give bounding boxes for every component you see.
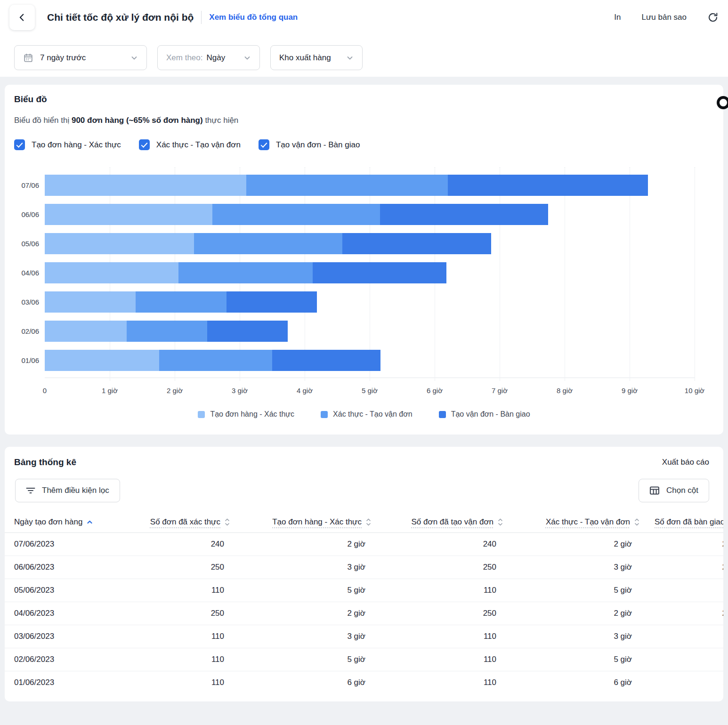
series-checkbox-label: Tạo đơn hàng - Xác thực xyxy=(32,140,121,150)
date-range-dropdown[interactable]: 7 ngày trước xyxy=(14,45,147,70)
choose-columns-label: Chọn cột xyxy=(666,486,698,495)
table-cell: 110 xyxy=(640,671,723,694)
y-axis-label: 03/06 xyxy=(21,291,39,313)
x-axis-tick-label: 5 giờ xyxy=(362,387,378,395)
table-cell: 5 giờ xyxy=(504,579,640,602)
series-checkbox[interactable]: Tạo đơn hàng - Xác thực xyxy=(14,139,121,150)
legend-item[interactable]: Tạo đơn hàng - Xác thực xyxy=(198,410,294,419)
x-axis-tick-label: 8 giờ xyxy=(557,387,573,395)
bar-row: 05/06 xyxy=(45,233,695,254)
bar-segment[interactable] xyxy=(45,204,212,225)
table-cell: 110 xyxy=(372,625,504,648)
warehouse-dropdown[interactable]: Kho xuất hàng xyxy=(270,45,363,70)
table-row[interactable]: 01/06/20231106 giờ1106 giờ110 xyxy=(5,671,723,694)
bar-segment[interactable] xyxy=(226,291,317,313)
table-row[interactable]: 04/06/20232502 giờ2502 giờ250 xyxy=(5,602,723,625)
x-axis-tick-label: 6 giờ xyxy=(427,387,443,395)
table-cell: 110 xyxy=(137,625,231,648)
checkbox-checked-icon[interactable] xyxy=(139,139,150,150)
bar-segment[interactable] xyxy=(212,204,380,225)
series-checkbox[interactable]: Tạo vận đơn - Bàn giao xyxy=(259,139,360,150)
bar-segment[interactable] xyxy=(448,175,648,196)
table-cell: 02/06/2023 xyxy=(5,648,137,671)
save-copy-button[interactable]: Lưu bản sao xyxy=(641,13,687,22)
table-row[interactable]: 06/06/20232503 giờ2503 giờ250 xyxy=(5,556,723,579)
bar-segment[interactable] xyxy=(45,291,136,313)
bar-segment[interactable] xyxy=(45,233,194,254)
chevron-down-icon xyxy=(243,54,251,62)
back-button[interactable] xyxy=(9,5,35,30)
legend-item[interactable]: Xác thực - Tạo vận đơn xyxy=(321,410,413,419)
table-cell: 2 giờ xyxy=(231,602,372,625)
bar-segment[interactable] xyxy=(45,175,246,196)
table-scroll-area[interactable]: Ngày tạo đơn hàngSố đơn đã xác thựcTạo đ… xyxy=(5,512,723,694)
table-toolbar: Thêm điều kiện lọc Chọn cột xyxy=(5,479,723,502)
floating-widget-icon[interactable] xyxy=(717,96,728,109)
bar-segment[interactable] xyxy=(313,262,446,283)
bar-segment[interactable] xyxy=(159,350,272,371)
subtitle-highlight: 900 đơn hàng (~65% số đơn hàng) xyxy=(72,116,203,125)
column-header[interactable]: Số đơn đã tạo vận đơn xyxy=(372,512,504,532)
statistics-table: Ngày tạo đơn hàngSố đơn đã xác thựcTạo đ… xyxy=(5,512,723,694)
series-checkbox-row: Tạo đơn hàng - Xác thựcXác thực - Tạo vậ… xyxy=(5,139,723,150)
bar-segment[interactable] xyxy=(45,321,127,342)
bar-row: 04/06 xyxy=(45,262,695,283)
checkbox-checked-icon[interactable] xyxy=(14,139,25,150)
title-divider xyxy=(201,11,202,24)
view-by-dropdown[interactable]: Xem theo: Ngày xyxy=(157,45,260,70)
table-row[interactable]: 07/06/20232402 giờ2402 giờ240 xyxy=(5,532,723,556)
refresh-icon[interactable] xyxy=(707,12,719,23)
bar-segment[interactable] xyxy=(45,262,178,283)
y-axis-label: 06/06 xyxy=(21,204,39,225)
table-cell: 3 giờ xyxy=(504,625,640,648)
bar-segment[interactable] xyxy=(127,321,207,342)
bar-row: 07/06 xyxy=(45,175,695,196)
sort-ascending-icon[interactable] xyxy=(87,520,93,524)
y-axis-label: 01/06 xyxy=(21,350,39,371)
legend-swatch-icon xyxy=(439,411,446,418)
y-axis-label: 07/06 xyxy=(21,175,39,196)
page-title: Chi tiết tốc độ xử lý đơn nội bộ xyxy=(47,12,194,23)
choose-columns-button[interactable]: Chọn cột xyxy=(639,479,709,502)
column-header[interactable]: Xác thực - Tạo vận đơn xyxy=(504,512,640,532)
checkbox-checked-icon[interactable] xyxy=(259,139,269,150)
export-report-link[interactable]: Xuất báo cáo xyxy=(662,458,709,467)
table-cell: 110 xyxy=(137,648,231,671)
column-header[interactable]: Số đơn đã xác thực xyxy=(137,512,231,532)
legend-label: Tạo vận đơn - Bàn giao xyxy=(451,410,530,419)
bar-segment[interactable] xyxy=(194,233,342,254)
bar-segment[interactable] xyxy=(272,350,380,371)
table-body: 07/06/20232402 giờ2402 giờ24006/06/20232… xyxy=(5,532,723,694)
bar-segment[interactable] xyxy=(246,175,448,196)
overview-chart-link[interactable]: Xem biểu đồ tổng quan xyxy=(209,13,298,22)
print-button[interactable]: In xyxy=(614,13,621,22)
sort-icon[interactable] xyxy=(366,518,371,526)
sort-icon[interactable] xyxy=(498,518,503,526)
bar-row: 03/06 xyxy=(45,291,695,313)
series-checkbox[interactable]: Xác thực - Tạo vận đơn xyxy=(139,139,241,150)
x-axis-tick-label: 1 giờ xyxy=(102,387,118,395)
bar-segment[interactable] xyxy=(207,321,288,342)
bar-segment[interactable] xyxy=(45,350,159,371)
table-row[interactable]: 02/06/20231105 giờ1105 giờ110 xyxy=(5,648,723,671)
table-cell: 110 xyxy=(640,648,723,671)
bar-segment[interactable] xyxy=(178,262,312,283)
column-header[interactable]: Tạo đơn hàng - Xác thực xyxy=(231,512,372,532)
table-row[interactable]: 03/06/20231103 giờ1103 giờ110 xyxy=(5,625,723,648)
table-cell: 110 xyxy=(137,671,231,694)
bar-segment[interactable] xyxy=(380,204,548,225)
bar-segment[interactable] xyxy=(136,291,226,313)
bar-row: 06/06 xyxy=(45,204,695,225)
x-axis-tick-label: 4 giờ xyxy=(297,387,313,395)
table-cell: 240 xyxy=(137,532,231,556)
sort-icon[interactable] xyxy=(225,518,230,526)
table-row[interactable]: 05/06/20231105 giờ1105 giờ110 xyxy=(5,579,723,602)
legend-item[interactable]: Tạo vận đơn - Bàn giao xyxy=(439,410,530,419)
column-header[interactable]: Số đơn đã bàn giao xyxy=(640,512,723,532)
add-filter-button[interactable]: Thêm điều kiện lọc xyxy=(15,479,120,502)
column-header[interactable]: Ngày tạo đơn hàng xyxy=(5,512,137,532)
bar-segment[interactable] xyxy=(342,233,491,254)
table-cell: 03/06/2023 xyxy=(5,625,137,648)
sort-icon[interactable] xyxy=(634,518,639,526)
table-cell: 3 giờ xyxy=(231,556,372,579)
